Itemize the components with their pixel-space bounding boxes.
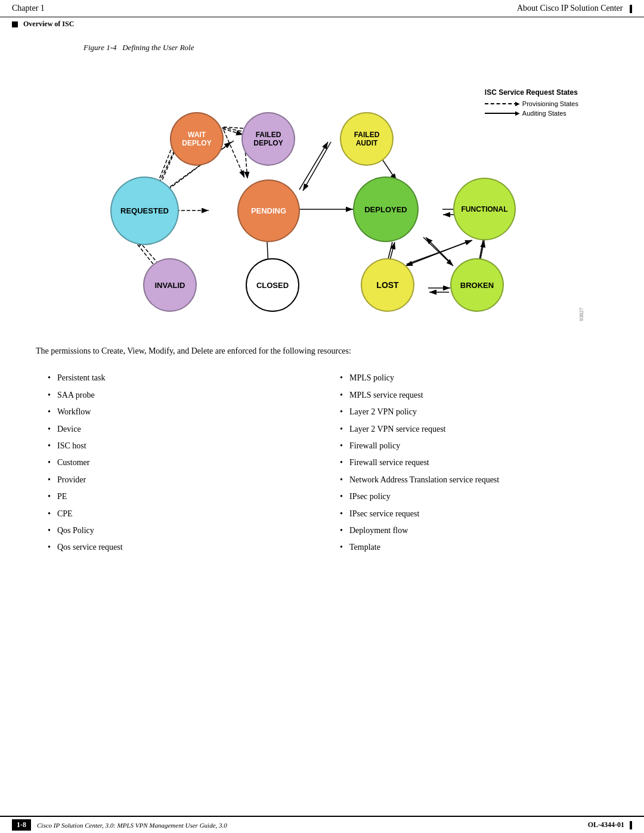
list-item: Persistent task bbox=[48, 370, 316, 386]
list-item: Qos Policy bbox=[48, 522, 316, 539]
list-col2-items: MPLS policyMPLS service requestLayer 2 V… bbox=[340, 370, 608, 556]
svg-line-17 bbox=[303, 142, 331, 191]
sub-header: Overview of ISC bbox=[0, 17, 644, 31]
list-item: Customer bbox=[48, 454, 316, 471]
page-number: 1-8 bbox=[12, 819, 31, 831]
body-text: The permissions to Create, View, Modify,… bbox=[36, 345, 608, 358]
list-item: Workflow bbox=[48, 404, 316, 420]
node-broken: BROKEN bbox=[450, 258, 504, 312]
legend-title: ISC Service Request States bbox=[485, 88, 578, 97]
node-closed: CLOSED bbox=[246, 258, 299, 312]
svg-line-16 bbox=[299, 142, 328, 190]
figure-title: Figure 1-4 Defining the User Role bbox=[83, 43, 608, 52]
svg-line-25 bbox=[426, 237, 452, 264]
list-item: IPsec service request bbox=[340, 506, 608, 522]
list-item: Network Address Translation service requ… bbox=[340, 472, 608, 488]
footer-ref: OL-4344-01 bbox=[588, 820, 632, 829]
svg-line-29 bbox=[407, 240, 472, 264]
resource-list: Persistent taskSAA probeWorkflowDeviceIS… bbox=[48, 370, 608, 556]
footer-left: 1-8 Cisco IP Solution Center, 3.0: MPLS … bbox=[12, 819, 227, 831]
list-col-2: MPLS policyMPLS service requestLayer 2 V… bbox=[340, 370, 608, 556]
list-item: Template bbox=[340, 539, 608, 556]
node-functional: FUNCTIONAL bbox=[453, 178, 516, 240]
list-item: Layer 2 VPN service request bbox=[340, 421, 608, 438]
list-col1-items: Persistent taskSAA probeWorkflowDeviceIS… bbox=[48, 370, 316, 556]
page-footer: 1-8 Cisco IP Solution Center, 3.0: MPLS … bbox=[0, 816, 644, 833]
list-item: MPLS service request bbox=[340, 387, 608, 404]
node-lost: LOST bbox=[361, 258, 414, 312]
header-chapter: Chapter 1 bbox=[12, 4, 45, 13]
list-item: PE bbox=[48, 488, 316, 505]
state-diagram: WAITDEPLOY FAILEDDEPLOY FAILEDAUDIT REQU… bbox=[66, 64, 578, 327]
main-content: Figure 1-4 Defining the User Role bbox=[0, 31, 644, 604]
list-item: Deployment flow bbox=[340, 522, 608, 539]
header-title: About Cisco IP Solution Center bbox=[517, 4, 632, 13]
list-item: IPsec policy bbox=[340, 488, 608, 505]
diagram-legend: ISC Service Request States ▶ Provisionin… bbox=[485, 88, 578, 119]
legend-auditing: ▶ Auditing States bbox=[485, 110, 578, 117]
node-failed-audit: FAILEDAUDIT bbox=[340, 112, 394, 166]
list-item: Layer 2 VPN policy bbox=[340, 404, 608, 420]
list-item: MPLS policy bbox=[340, 370, 608, 386]
node-invalid: INVALID bbox=[143, 258, 197, 312]
svg-line-28 bbox=[405, 240, 471, 266]
figure-number: 93827 bbox=[578, 308, 584, 321]
footer-doc: Cisco IP Solution Center, 3.0: MPLS VPN … bbox=[37, 822, 227, 829]
node-wait-deploy: WAITDEPLOY bbox=[170, 112, 224, 166]
node-requested: REQUESTED bbox=[110, 176, 179, 245]
legend-provisioning: ▶ Provisioning States bbox=[485, 100, 578, 107]
node-pending: PENDING bbox=[237, 179, 300, 242]
page-header: Chapter 1 About Cisco IP Solution Center bbox=[0, 0, 644, 17]
list-item: Firewall service request bbox=[340, 454, 608, 471]
list-item: CPE bbox=[48, 506, 316, 522]
list-item: Provider bbox=[48, 472, 316, 488]
list-item: ISC host bbox=[48, 438, 316, 454]
list-item: Qos service request bbox=[48, 539, 316, 556]
node-failed-deploy: FAILEDDEPLOY bbox=[242, 112, 295, 166]
svg-line-24 bbox=[423, 237, 453, 266]
list-item: Device bbox=[48, 421, 316, 438]
list-item: SAA probe bbox=[48, 387, 316, 404]
list-col-1: Persistent taskSAA probeWorkflowDeviceIS… bbox=[48, 370, 316, 556]
list-item: Firewall policy bbox=[340, 438, 608, 454]
node-deployed: DEPLOYED bbox=[353, 176, 419, 242]
